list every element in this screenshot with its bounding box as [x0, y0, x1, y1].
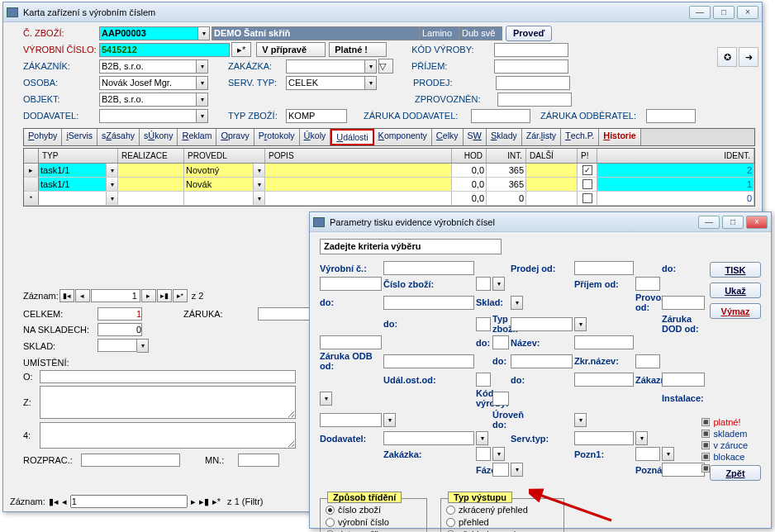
prijem-input[interactable]	[494, 59, 568, 74]
tab-tech.p.[interactable]: Tech.P.	[561, 129, 599, 145]
pinput-zarukaOdb-do[interactable]	[511, 354, 573, 368]
c4-input[interactable]	[40, 422, 296, 449]
bnav-page[interactable]	[70, 495, 188, 508]
tab-sklady[interactable]: Sklady	[487, 129, 522, 145]
pdrop-pozn1[interactable]: ▾	[662, 447, 674, 461]
pinput-zarukaDod-do[interactable]	[492, 335, 509, 349]
bnav-last[interactable]: ▸▮	[199, 496, 209, 507]
bnav-prev[interactable]: ◂	[62, 496, 67, 507]
param-minimize-button[interactable]: —	[698, 216, 720, 229]
serv-typ-dropdown[interactable]: ▾	[365, 76, 377, 90]
pdrop-typZbozi[interactable]: ▾	[574, 317, 587, 331]
vyr-cislo-input[interactable]	[99, 43, 230, 57]
tab-súkony[interactable]: sÚkony	[140, 129, 178, 145]
pinput-zarukaDod[interactable]	[320, 335, 382, 349]
pinput-provozOd[interactable]	[662, 296, 705, 310]
pinput-provozOd-do[interactable]	[476, 317, 491, 331]
col-p[interactable]: P!	[578, 149, 597, 163]
col-provedl[interactable]: PROVEDL	[184, 149, 265, 163]
ukaz-button[interactable]: Ukaž	[710, 283, 761, 298]
v-priprave-button[interactable]: V přípravě	[256, 42, 326, 57]
nav-page[interactable]	[91, 289, 140, 302]
pinput-vyrobniC[interactable]	[383, 261, 474, 275]
zakazka-dropdown[interactable]: ▾	[365, 59, 377, 74]
tab-zár.listy[interactable]: Zár.listy	[522, 129, 561, 145]
tab-celky[interactable]: Celky	[432, 129, 464, 145]
zakaznik-input[interactable]	[99, 59, 197, 74]
tab-iservis[interactable]: iServis	[62, 129, 97, 145]
pinput-zarukaOdb[interactable]	[383, 354, 474, 368]
dodavatel-dropdown[interactable]: ▾	[197, 109, 208, 123]
kod-vyroby-input[interactable]	[494, 43, 568, 57]
nav-last[interactable]: ▸▮	[157, 289, 172, 302]
pinput-zkrNazev[interactable]	[635, 354, 660, 368]
pinput-nazev[interactable]	[574, 335, 634, 349]
pinput-dodavatel[interactable]	[383, 431, 474, 445]
pdrop-faze[interactable]: ▾	[511, 463, 523, 477]
pinput-kodVyroby[interactable]	[492, 392, 509, 406]
maximize-button[interactable]: □	[713, 6, 735, 19]
nav-new[interactable]: ▸*	[173, 289, 188, 302]
tab-sw[interactable]: SW	[464, 129, 487, 145]
proved-button[interactable]: Proveď	[506, 26, 552, 41]
pinput-udalostOd[interactable]	[476, 373, 491, 387]
bnav-new[interactable]: ▸*	[212, 496, 221, 507]
tisk-button[interactable]: TISK	[710, 262, 761, 278]
pdrop-instalace[interactable]: ▾	[383, 413, 396, 427]
platne-button[interactable]: Platné !	[329, 42, 387, 57]
minimize-button[interactable]: —	[689, 6, 711, 19]
param-titlebar[interactable]: Parametry tisku evidence výrobních čísel…	[310, 212, 771, 232]
pdrop-urovenDo[interactable]: ▾	[574, 413, 587, 427]
tab-komponenty[interactable]: Komponenty	[374, 129, 432, 145]
close-button[interactable]: ×	[737, 6, 758, 19]
dodavatel-input[interactable]	[99, 109, 197, 123]
col-dalsi[interactable]: DALŠÍ	[526, 149, 578, 163]
pinput-prodejOd[interactable]	[574, 261, 634, 275]
tab-pohyby[interactable]: Pohyby	[24, 129, 62, 145]
objekt-input[interactable]	[99, 93, 197, 107]
param-close-button[interactable]: ×	[746, 216, 768, 229]
table-row[interactable]: task1/1▾ Novák▾ 0,0 365 1	[24, 178, 754, 192]
nav-next[interactable]: ▸	[141, 289, 156, 302]
out-radio-0[interactable]: zkrácený přehled	[446, 505, 559, 515]
c-zbozi-input[interactable]	[99, 26, 198, 40]
tool-icon-1[interactable]: ✪	[717, 47, 737, 67]
pdrop-servTyp[interactable]: ▾	[635, 431, 648, 445]
pinput-zakazka[interactable]	[476, 447, 491, 461]
sklad-sum-dropdown[interactable]: ▾	[137, 339, 149, 353]
legend-box-0[interactable]: ▦	[701, 418, 710, 426]
tool-icon-2[interactable]: ➜	[739, 47, 758, 67]
tab-szásahy[interactable]: sZásahy	[97, 129, 140, 145]
z-input[interactable]	[40, 386, 296, 419]
legend-box-2[interactable]: ▦	[701, 441, 710, 449]
pinput-udalostOd-do[interactable]	[574, 373, 634, 387]
col-hod[interactable]: HOD	[452, 149, 487, 163]
zaruka-odb-input[interactable]	[646, 109, 696, 123]
zprovoznen-input[interactable]	[497, 93, 572, 107]
rozprac-input[interactable]	[81, 454, 180, 467]
pdrop-dodavatel[interactable]: ▾	[476, 431, 488, 445]
main-titlebar[interactable]: Karta zařízení s výrobním číslem — □ ×	[3, 2, 762, 22]
pdrop-sklad[interactable]: ▾	[511, 296, 523, 310]
col-typ[interactable]: TYP	[39, 149, 118, 163]
pinput-pozn1[interactable]	[635, 447, 660, 461]
bnav-first[interactable]: ▮◂	[49, 496, 59, 507]
pinput-instalace[interactable]	[320, 413, 382, 427]
pdrop-zakaznik[interactable]: ▾	[320, 392, 332, 406]
pinput-cisloZbozi[interactable]	[476, 277, 491, 291]
filter-icon[interactable]: ▽	[378, 59, 393, 74]
pinput-poznamka[interactable]	[662, 463, 705, 477]
pinput-prodejOd-do[interactable]	[320, 277, 382, 291]
sort-radio-0[interactable]: číslo zboží	[326, 505, 421, 515]
nav-prev[interactable]: ◂	[75, 289, 90, 302]
table-row[interactable]: * ▾ ▾ 0,0 0 0	[24, 192, 754, 206]
bnav-next[interactable]: ▸	[191, 496, 196, 507]
pdrop-zakazka[interactable]: ▾	[492, 447, 505, 461]
legend-box-1[interactable]: ▦	[701, 430, 710, 438]
zakaznik-dropdown[interactable]: ▾	[197, 59, 208, 74]
o-input[interactable]	[40, 370, 296, 383]
tab-reklam[interactable]: Reklam	[178, 129, 216, 145]
osoba-dropdown[interactable]: ▾	[197, 76, 208, 90]
pinput-prijemOd[interactable]	[635, 277, 660, 291]
pinput-typZbozi[interactable]	[511, 317, 573, 331]
